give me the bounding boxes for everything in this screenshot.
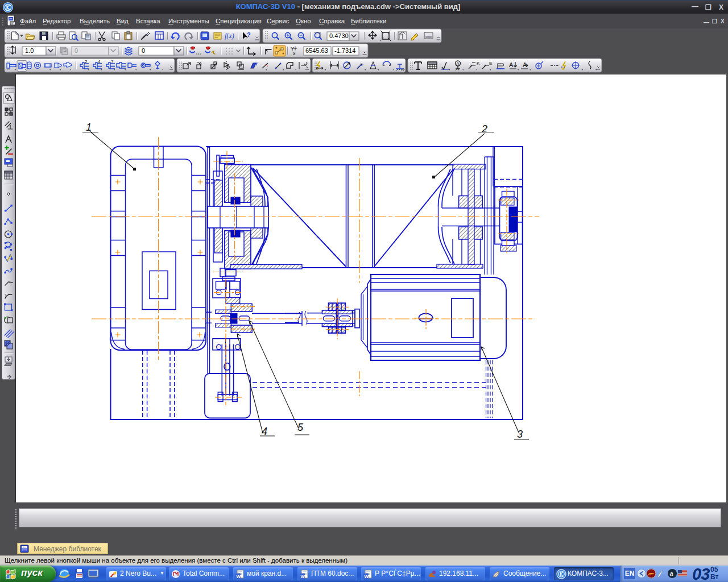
svg-text:0.4730: 0.4730 [329,32,349,39]
svg-text:W: W [301,574,305,579]
svg-text:0: 0 [142,47,145,54]
svg-text:W: W [365,574,369,579]
svg-text:x: x [293,51,296,56]
svg-text:A: A [509,61,514,68]
svg-text:A: A [523,61,527,68]
svg-text:-1.7314: -1.7314 [334,47,355,54]
svg-text:3: 3 [517,429,523,440]
svg-text:K: K [477,61,480,66]
svg-text:?: ? [247,31,251,38]
svg-text:2: 2 [85,59,88,64]
svg-text:E: E [489,61,492,66]
svg-text:1: 1 [86,122,92,133]
svg-text:7: 7 [111,59,114,64]
svg-text:A: A [456,61,460,66]
svg-text:4: 4 [98,59,101,64]
svg-text:1.0: 1.0 [25,47,34,54]
svg-text:W: W [237,574,241,579]
svg-text:0: 0 [75,47,78,54]
svg-text:4: 4 [262,426,267,437]
svg-text:5: 5 [297,422,304,433]
svg-text:f(x): f(x) [225,32,234,40]
svg-text:6545.63: 6545.63 [305,47,328,54]
svg-text:a: a [670,570,673,577]
svg-text:2: 2 [481,123,487,135]
